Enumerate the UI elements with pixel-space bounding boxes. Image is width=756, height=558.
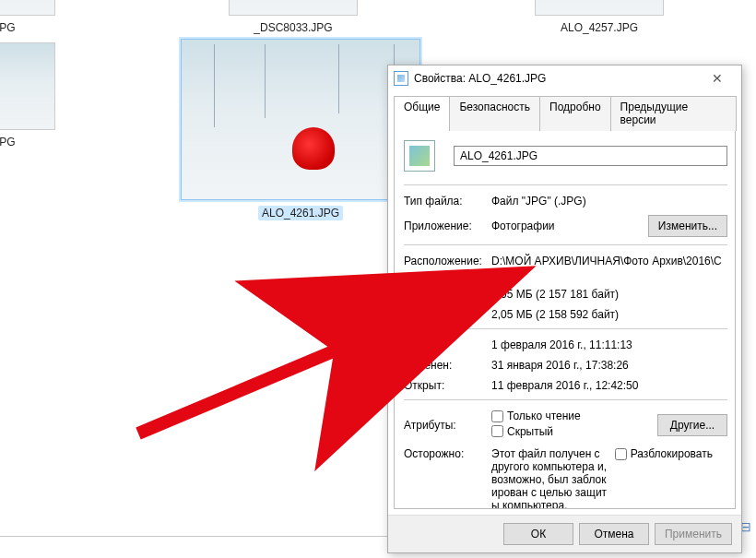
tab-previous-versions[interactable]: Предыдущие версии — [610, 96, 737, 131]
value-app: Фотографии — [491, 220, 648, 232]
file-label: 4260.JPG — [0, 136, 55, 148]
label-app: Приложение: — [404, 220, 491, 232]
checkbox-hidden-label: Скрытый — [507, 425, 553, 438]
tab-general[interactable]: Общие — [394, 96, 450, 131]
file-thumbnail-selected[interactable]: ALO_4261.JPG — [181, 39, 420, 220]
checkbox-unblock[interactable]: Разблокировать — [615, 447, 713, 460]
file-thumbnail[interactable]: 4260.JPG — [0, 42, 55, 148]
checkbox-readonly[interactable]: Только чтение — [491, 410, 581, 422]
tab-strip: Общие Безопасность Подробно Предыдущие в… — [388, 91, 741, 130]
checkbox-readonly-label: Только чтение — [507, 410, 581, 422]
image-file-icon — [394, 71, 408, 86]
dialog-footer: ОК Отмена Применить — [388, 515, 741, 552]
separator — [404, 328, 727, 329]
separator — [404, 244, 727, 245]
file-thumbnail[interactable]: _DSC8033.JPG — [229, 0, 358, 34]
label-location: Расположение: — [404, 255, 491, 267]
label-modified: Изменен: — [404, 359, 491, 372]
label-warning: Осторожно: — [404, 447, 491, 460]
checkbox-hidden-input[interactable] — [491, 425, 503, 437]
separator — [404, 399, 727, 400]
value-modified: 31 января 2016 г., 17:38:26 — [491, 359, 727, 372]
label-attributes: Атрибуты: — [404, 419, 491, 432]
separator — [404, 184, 727, 185]
label-accessed: Открыт: — [404, 379, 491, 392]
checkbox-hidden[interactable]: Скрытый — [491, 425, 553, 438]
label-size: Размер: — [404, 288, 491, 301]
close-button[interactable]: ✕ — [699, 67, 736, 89]
label-created: Создан: — [404, 338, 491, 351]
ok-button[interactable]: ОК — [503, 523, 573, 545]
value-size-on-disk: 2,05 МБ (2 158 592 байт) — [491, 308, 727, 321]
value-location: D:\МОЙ АРХИВ\ЛИЧНАЯ\Фото Архив\2016\Cop — [491, 255, 727, 280]
file-thumbnail[interactable]: ALO_4257.JPG — [535, 0, 664, 34]
file-label: ALO_4257.JPG — [535, 21, 664, 34]
file-label: _DSC8033.JPG — [229, 21, 358, 34]
checkbox-unblock-label: Разблокировать — [631, 447, 713, 460]
filename-input[interactable] — [454, 146, 727, 166]
dialog-titlebar[interactable]: Свойства: ALO_4261.JPG ✕ — [388, 65, 741, 91]
file-type-icon — [404, 140, 435, 172]
checkbox-readonly-input[interactable] — [491, 410, 503, 422]
value-filetype: Файл "JPG" (.JPG) — [491, 195, 727, 208]
tab-panel-general: Тип файла: Файл "JPG" (.JPG) Приложение:… — [394, 130, 736, 509]
value-size: 2,05 МБ (2 157 181 байт) — [491, 288, 727, 301]
value-created: 1 февраля 2016 г., 11:11:13 — [491, 338, 727, 351]
file-label: 7554.JPG — [0, 21, 55, 34]
tab-security[interactable]: Безопасность — [449, 96, 540, 131]
apply-button[interactable]: Применить — [655, 523, 732, 545]
properties-dialog: Свойства: ALO_4261.JPG ✕ Общие Безопасно… — [387, 65, 742, 553]
value-accessed: 11 февраля 2016 г., 12:42:50 — [491, 379, 727, 392]
other-attributes-button[interactable]: Другие... — [657, 414, 727, 436]
file-label: ALO_4261.JPG — [181, 206, 420, 220]
checkbox-unblock-input[interactable] — [615, 448, 627, 460]
warning-text: Этот файл получен с другого компьютера и… — [491, 447, 615, 509]
change-app-button[interactable]: Изменить... — [648, 215, 727, 237]
label-filetype: Тип файла: — [404, 195, 491, 208]
file-thumbnail[interactable]: 7554.JPG — [0, 0, 55, 34]
tab-details[interactable]: Подробно — [539, 96, 611, 131]
dialog-title: Свойства: ALO_4261.JPG — [414, 72, 546, 85]
cancel-button[interactable]: Отмена — [579, 523, 649, 545]
